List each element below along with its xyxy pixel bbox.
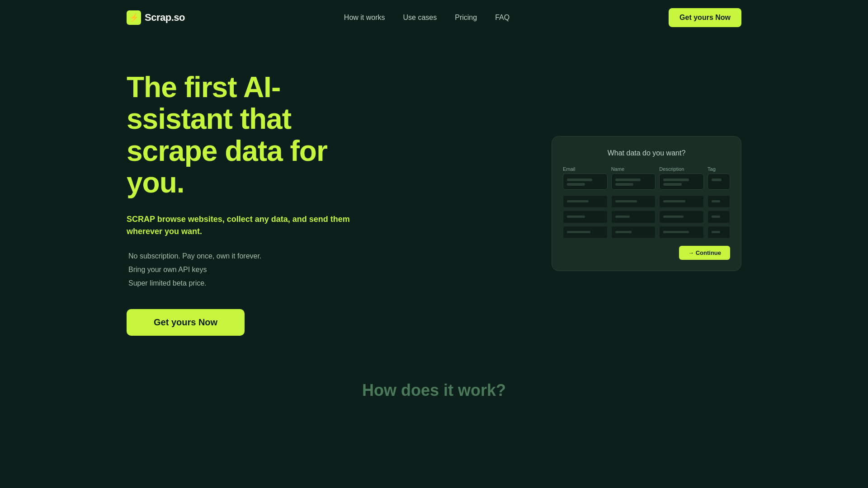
demo-cell-line [567, 216, 585, 218]
demo-cell-line [712, 200, 720, 202]
logo-text: Scrap.so [145, 12, 185, 23]
demo-data-row-2 [563, 211, 730, 223]
demo-field-name: Name [611, 166, 656, 190]
demo-field-desc-input [659, 174, 704, 190]
demo-field-email: Email [563, 166, 608, 190]
demo-cell-line [615, 200, 637, 202]
hero-content: The first AI-ssistant that scrape data f… [127, 71, 362, 336]
demo-input-line-desc [663, 178, 689, 181]
nav-item-faq[interactable]: FAQ [495, 14, 509, 22]
demo-field-email-label: Email [563, 166, 608, 172]
nav-item-how-it-works[interactable]: How it works [344, 14, 385, 22]
demo-cell-2b [611, 211, 656, 223]
demo-input-line-tag [712, 178, 722, 181]
demo-continue-button[interactable]: → Continue [679, 246, 730, 260]
demo-cell-line [663, 216, 683, 218]
nav-links: How it works Use cases Pricing FAQ [344, 14, 509, 22]
demo-field-tag-label: Tag [708, 166, 730, 172]
demo-cell-line [663, 231, 689, 233]
demo-field-desc-label: Description [659, 166, 704, 172]
demo-input-line2-name [615, 183, 633, 186]
demo-cell-line [663, 200, 685, 202]
demo-cell-1b [611, 195, 656, 208]
hero-cta-button[interactable]: Get yours Now [127, 309, 245, 336]
demo-field-name-label: Name [611, 166, 656, 172]
demo-field-name-input [611, 174, 656, 190]
demo-cell-line [712, 216, 720, 218]
feature-item-1: No subscription. Pay once, own it foreve… [127, 252, 362, 260]
demo-field-tag-input [708, 174, 730, 190]
how-it-works-section: How does it work? [0, 363, 868, 427]
demo-cell-line [567, 200, 589, 202]
demo-cell-1d [708, 195, 730, 208]
demo-card: What data do you want? Email Name [552, 136, 741, 271]
nav-link-use-cases[interactable]: Use cases [403, 14, 437, 21]
demo-card-title: What data do you want? [563, 149, 730, 157]
hero-features: No subscription. Pay once, own it foreve… [127, 252, 362, 287]
demo-cell-line [567, 231, 590, 233]
demo-cell-line [615, 216, 630, 218]
demo-field-tag: Tag [708, 166, 730, 190]
demo-cell-3a [563, 226, 608, 239]
hero-title: The first AI-ssistant that scrape data f… [127, 71, 362, 199]
demo-cell-1c [659, 195, 704, 208]
demo-input-line [567, 178, 592, 181]
demo-field-description: Description [659, 166, 704, 190]
logo[interactable]: ⚡ Scrap.so [127, 10, 185, 25]
demo-data-rows [563, 195, 730, 239]
hero-subtitle: SCRAP browse websites, collect any data,… [127, 213, 362, 238]
section-title: How does it work? [0, 381, 868, 400]
hero-section: The first AI-ssistant that scrape data f… [0, 35, 868, 363]
logo-icon: ⚡ [127, 10, 141, 25]
demo-input-line2-desc [663, 183, 681, 186]
demo-cell-3d [708, 226, 730, 239]
nav-item-pricing[interactable]: Pricing [455, 14, 477, 22]
demo-cell-line [615, 231, 632, 233]
demo-cell-3b [611, 226, 656, 239]
demo-cell-2a [563, 211, 608, 223]
demo-preview: What data do you want? Email Name [552, 136, 741, 271]
demo-fields-row: Email Name Description [563, 166, 730, 190]
nav-link-pricing[interactable]: Pricing [455, 14, 477, 21]
nav-item-use-cases[interactable]: Use cases [403, 14, 437, 22]
demo-input-line2 [567, 183, 585, 186]
demo-cell-1a [563, 195, 608, 208]
feature-item-3: Super limited beta price. [127, 279, 362, 287]
demo-cell-3c [659, 226, 704, 239]
nav-link-how-it-works[interactable]: How it works [344, 14, 385, 21]
demo-data-row-3 [563, 226, 730, 239]
navbar: ⚡ Scrap.so How it works Use cases Pricin… [0, 0, 868, 35]
demo-field-email-input [563, 174, 608, 190]
demo-cell-2d [708, 211, 730, 223]
nav-link-faq[interactable]: FAQ [495, 14, 509, 21]
demo-data-row-1 [563, 195, 730, 208]
demo-cell-line [712, 231, 720, 233]
feature-item-2: Bring your own API keys [127, 266, 362, 274]
demo-cell-2c [659, 211, 704, 223]
demo-input-line-name [615, 178, 641, 181]
nav-cta-button[interactable]: Get yours Now [669, 8, 741, 27]
